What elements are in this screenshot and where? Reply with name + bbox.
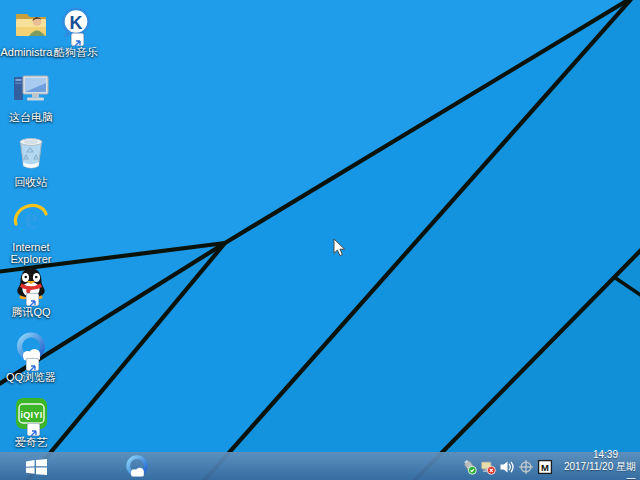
windows-logo-icon — [26, 459, 47, 475]
desktop-icon-kugou-music[interactable]: K 酷狗音乐 — [45, 8, 107, 58]
start-button[interactable] — [0, 453, 72, 480]
wallpaper-light-beams[interactable] — [0, 0, 640, 480]
taskbar: M 14:39 2017/11/20 星期一 — [0, 452, 640, 480]
computer-icon — [12, 73, 50, 105]
desktop-screen: { "wallpaper": { "base_color": "#1697E4"… — [0, 0, 640, 480]
icon-label: 这台电脑 — [0, 111, 62, 123]
crosshair-icon[interactable] — [518, 459, 534, 475]
internet-explorer-icon: e — [13, 201, 49, 235]
shortcut-arrow-icon — [26, 358, 39, 371]
shortcut-arrow-icon — [26, 293, 39, 306]
qq-browser-icon — [124, 454, 150, 480]
desktop-icon-tencent-qq[interactable]: 腾讯QQ — [0, 268, 62, 318]
taskbar-clock[interactable]: 14:39 2017/11/20 星期一 — [560, 449, 636, 480]
svg-text:K: K — [70, 13, 83, 33]
system-tray: M 14:39 2017/11/20 星期一 — [461, 453, 636, 480]
shortcut-arrow-icon — [71, 33, 84, 46]
user-folder-icon — [13, 8, 49, 40]
desktop-icon-recycle-bin[interactable]: 回收站 — [0, 138, 62, 188]
svg-text:iQIYI: iQIYI — [20, 410, 42, 420]
icon-label: 回收站 — [0, 176, 62, 188]
desktop-icon-this-pc[interactable]: 这台电脑 — [0, 73, 62, 123]
desktop-icon-iqiyi[interactable]: iQIYI 爱奇艺 — [0, 398, 62, 448]
taskbar-pinned-qq-browser[interactable] — [110, 453, 164, 480]
desktop-icon-internet-explorer[interactable]: e Internet Explorer — [0, 203, 62, 265]
network-disconnected-icon[interactable] — [480, 459, 496, 475]
shortcut-arrow-icon — [27, 423, 40, 436]
volume-icon[interactable] — [499, 459, 515, 475]
usb-safely-remove-icon[interactable] — [461, 459, 477, 475]
icon-label: Internet Explorer — [0, 241, 62, 265]
recycle-bin-icon — [16, 136, 46, 170]
clock-time: 14:39 — [560, 449, 618, 461]
mouse-cursor-icon — [333, 238, 346, 261]
clock-date: 2017/11/20 星期一 — [560, 461, 636, 480]
svg-text:M: M — [541, 462, 549, 473]
desktop-icon-qq-browser[interactable]: QQ浏览器 — [0, 333, 62, 383]
ime-mode-icon[interactable]: M — [537, 459, 553, 475]
